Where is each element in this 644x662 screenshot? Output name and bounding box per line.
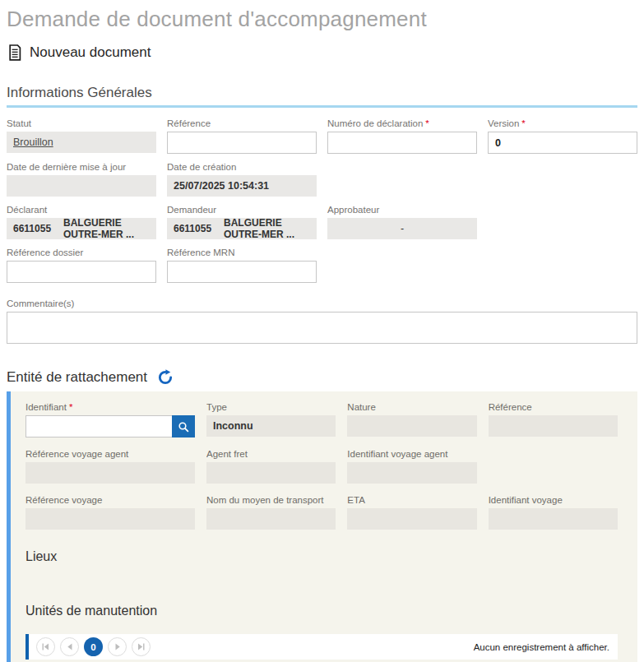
field-statut: Statut Brouillon: [7, 118, 156, 154]
numero-declaration-label: Numéro de déclaration: [327, 118, 423, 128]
entite-reference-label: Référence: [489, 402, 618, 412]
approbateur-field: -: [327, 218, 477, 239]
commentaires-label: Commentaire(s): [7, 299, 637, 308]
field-identifiant-voyage-agent: Identifiant voyage agent: [347, 449, 476, 484]
reference-voyage-field: [25, 508, 195, 530]
pager-first-button[interactable]: [36, 637, 55, 656]
section-rule: [7, 105, 637, 108]
field-identifiant-voyage: Identifiant voyage: [489, 495, 618, 530]
last-page-icon: [137, 643, 145, 650]
date-maj-field: [7, 175, 156, 197]
type-label: Type: [206, 402, 336, 412]
eta-label: ETA: [347, 495, 476, 505]
reference-voyage-agent-label: Référence voyage agent: [25, 449, 195, 459]
moyen-transport-label: Nom du moyen de transport: [206, 495, 336, 505]
reference-voyage-agent-field: [25, 462, 195, 484]
type-field: Inconnu: [206, 415, 336, 437]
moyen-transport-field: [206, 508, 336, 530]
field-declarant: Déclarant 6611055 BALGUERIE OUTRE-MER ..…: [7, 205, 156, 239]
required-marker: *: [69, 402, 72, 412]
numero-declaration-input[interactable]: [327, 132, 477, 154]
pager-empty-message: Aucun enregistrement à afficher.: [474, 642, 609, 652]
pager-next-button[interactable]: [108, 637, 127, 656]
reference-voyage-label: Référence voyage: [25, 495, 195, 505]
reference-dossier-label: Référence dossier: [7, 248, 156, 257]
identifiant-voyage-agent-label: Identifiant voyage agent: [347, 449, 476, 459]
field-moyen-transport: Nom du moyen de transport: [206, 495, 336, 530]
required-marker: *: [425, 118, 429, 128]
date-creation-label: Date de création: [167, 162, 317, 172]
demandeur-label: Demandeur: [167, 205, 317, 215]
declarant-code: 6611055: [13, 223, 49, 234]
field-agent-fret: Agent fret: [206, 449, 336, 484]
declarant-name: BALGUERIE OUTRE-MER ...: [63, 217, 150, 240]
field-date-creation: Date de création 25/07/2025 10:54:31: [167, 162, 317, 197]
field-reference-voyage: Référence voyage: [25, 495, 195, 530]
section-title-entite-rattachement: Entité de rattachement: [7, 369, 147, 386]
date-creation-field: 25/07/2025 10:54:31: [167, 175, 317, 197]
search-button[interactable]: [172, 415, 195, 437]
nature-field: [347, 415, 476, 437]
statut-value-link[interactable]: Brouillon: [13, 137, 53, 148]
version-input[interactable]: [488, 132, 637, 154]
search-icon: [178, 421, 189, 433]
version-label: Version: [488, 118, 519, 128]
subsection-title-lieux: Lieux: [25, 549, 618, 564]
refresh-icon[interactable]: [157, 369, 174, 386]
document-action-label: Nouveau document: [30, 44, 151, 61]
pager-last-button[interactable]: [132, 637, 151, 656]
identifiant-label: Identifiant: [25, 402, 67, 412]
field-reference-voyage-agent: Référence voyage agent: [25, 449, 195, 484]
approbateur-label: Approbateur: [327, 205, 477, 215]
reference-mrn-input[interactable]: [167, 261, 317, 283]
demandeur-field: 6611055 BALGUERIE OUTRE-MER ...: [167, 218, 317, 239]
statut-label: Statut: [7, 118, 156, 128]
entite-header: Entité de rattachement: [7, 369, 637, 386]
subsection-title-unites-manutention: Unités de manutention: [25, 604, 618, 618]
unites-pager: 0 Aucun enregistrement à afficher.: [25, 634, 618, 660]
field-demandeur: Demandeur 6611055 BALGUERIE OUTRE-MER ..…: [167, 205, 317, 239]
pager-current-page[interactable]: 0: [84, 637, 103, 656]
agent-fret-field: [206, 462, 336, 484]
reference-input[interactable]: [167, 132, 317, 154]
general-form: Statut Brouillon Référence Numéro de déc…: [7, 118, 637, 347]
field-entite-reference: Référence: [489, 402, 618, 437]
document-icon: [8, 44, 21, 61]
document-subheader: Nouveau document: [8, 44, 637, 61]
eta-field: [347, 508, 476, 530]
identifiant-input[interactable]: [25, 415, 172, 437]
identifiant-voyage-field: [489, 508, 618, 530]
first-page-icon: [42, 643, 49, 650]
identifiant-search-combo: [25, 415, 195, 437]
reference-mrn-label: Référence MRN: [167, 248, 317, 257]
entite-reference-field: [489, 415, 618, 437]
page-title: Demande de document d'accompagnement: [7, 7, 637, 32]
field-commentaires: Commentaire(s): [7, 299, 637, 347]
nature-label: Nature: [347, 402, 476, 412]
agent-fret-label: Agent fret: [206, 449, 336, 459]
demandeur-code: 6611055: [174, 223, 210, 234]
field-reference-dossier: Référence dossier: [7, 248, 156, 283]
entite-form: Identifiant* Type Inconnu: [25, 402, 618, 530]
field-reference-mrn: Référence MRN: [167, 248, 317, 283]
reference-dossier-input[interactable]: [7, 261, 156, 283]
field-identifiant: Identifiant*: [25, 402, 195, 437]
page: Demande de document d'accompagnement Nou…: [0, 0, 644, 662]
demandeur-name: BALGUERIE OUTRE-MER ...: [224, 217, 310, 240]
section-title-informations-generales: Informations Générales: [7, 85, 637, 101]
field-type: Type Inconnu: [206, 402, 336, 437]
prev-page-icon: [67, 643, 73, 650]
field-version: Version*: [488, 118, 637, 154]
commentaires-textarea[interactable]: [7, 312, 637, 344]
entite-panel: Identifiant* Type Inconnu: [7, 391, 637, 662]
field-numero-declaration: Numéro de déclaration*: [327, 118, 477, 154]
identifiant-voyage-label: Identifiant voyage: [489, 495, 618, 505]
field-nature: Nature: [347, 402, 476, 437]
pager-prev-button[interactable]: [60, 637, 79, 656]
declarant-field: 6611055 BALGUERIE OUTRE-MER ...: [7, 218, 156, 239]
declarant-label: Déclarant: [7, 205, 156, 215]
statut-field: Brouillon: [7, 132, 156, 153]
field-reference: Référence: [167, 118, 317, 154]
date-maj-label: Date de dernière mise à jour: [7, 162, 156, 172]
field-approbateur: Approbateur -: [327, 205, 477, 239]
